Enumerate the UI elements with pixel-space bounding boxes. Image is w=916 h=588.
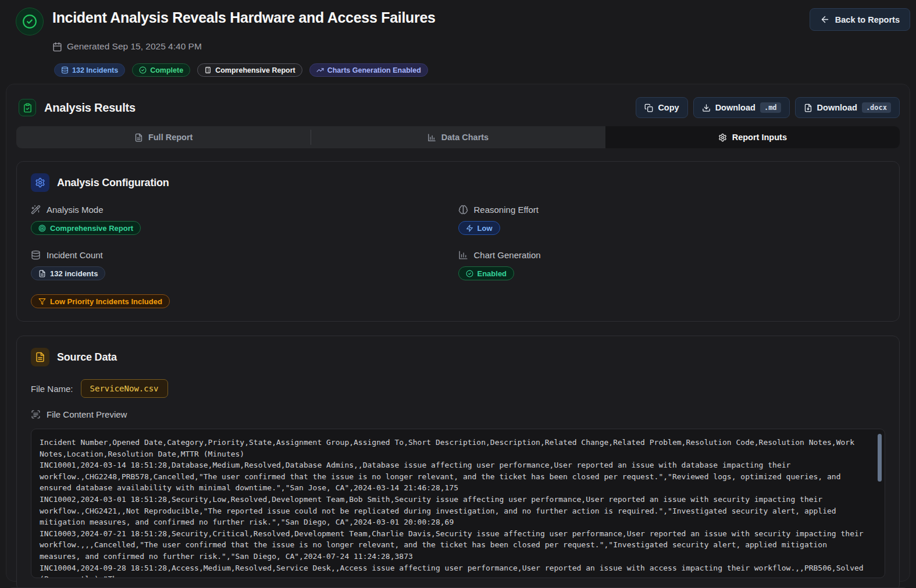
download-docx-label: Download	[817, 103, 857, 112]
md-extension-chip: .md	[760, 102, 781, 113]
tab-full-report-label: Full Report	[148, 133, 193, 142]
tab-full-report[interactable]: Full Report	[16, 126, 311, 148]
download-icon	[702, 104, 711, 112]
charts-enabled-badge: Charts Generation Enabled	[309, 63, 428, 77]
calendar-icon	[52, 42, 62, 52]
copy-button[interactable]: Copy	[636, 97, 687, 118]
incident-count-value: 132 incidents	[50, 269, 98, 278]
file-preview-label: File Content Preview	[47, 409, 127, 419]
check-circle-icon	[466, 270, 473, 277]
bar-chart-icon	[458, 250, 468, 260]
file-name-row: File Name: ServiceNow.csv	[31, 379, 885, 398]
filter-icon	[38, 298, 46, 305]
arrow-left-icon	[820, 15, 830, 24]
report-status-icon	[16, 8, 44, 35]
tab-data-charts[interactable]: Data Charts	[311, 126, 605, 148]
file-preview-label-row: File Content Preview	[31, 409, 885, 419]
analysis-mode-label: Analysis Mode	[47, 205, 104, 215]
reasoning-effort-field: Reasoning Effort Low	[458, 205, 886, 235]
chart-generation-value-badge: Enabled	[458, 266, 515, 280]
config-title: Analysis Configuration	[57, 177, 169, 189]
incident-analysis-page: Incident Analysis Reveals Hardware and A…	[0, 0, 916, 588]
page-header: Incident Analysis Reveals Hardware and A…	[0, 0, 916, 77]
scan-text-icon	[31, 409, 41, 419]
file-name-label: File Name:	[31, 384, 73, 394]
page-title: Incident Analysis Reveals Hardware and A…	[52, 8, 436, 26]
file-content-preview[interactable]: Incident Number,Opened Date,Category,Pri…	[31, 429, 885, 578]
gear-icon	[718, 133, 727, 142]
low-priority-filter-label: Low Priority Incidents Included	[50, 297, 162, 306]
results-title: Analysis Results	[44, 101, 136, 115]
target-icon	[38, 224, 46, 232]
config-grid: Analysis Mode Comprehensive Report Reaso…	[31, 205, 885, 280]
report-mode-badge: Comprehensive Report	[197, 63, 302, 77]
analysis-mode-field: Analysis Mode Comprehensive Report	[31, 205, 458, 235]
analysis-results-card: Analysis Results Copy Download .md Downl…	[6, 84, 910, 582]
scrollbar-thumb[interactable]	[878, 434, 882, 482]
copy-icon	[644, 104, 653, 112]
csv-content: Incident Number,Opened Date,Category,Pri…	[40, 437, 869, 578]
source-file-icon-wrap	[31, 348, 49, 366]
check-circle-icon	[139, 66, 147, 74]
docx-extension-chip: .docx	[862, 102, 891, 113]
back-to-reports-button[interactable]: Back to Reports	[810, 8, 910, 31]
charts-badge-label: Charts Generation Enabled	[327, 66, 421, 74]
zap-icon	[466, 224, 473, 232]
generated-text: Generated Sep 15, 2025 4:40 PM	[67, 41, 202, 52]
bar-chart-icon	[427, 133, 436, 142]
reasoning-effort-value: Low	[477, 224, 493, 233]
analysis-mode-value-badge: Comprehensive Report	[31, 221, 141, 235]
download-docx-button[interactable]: Download .docx	[795, 97, 900, 118]
file-down-icon	[804, 104, 812, 112]
analysis-configuration-card: Analysis Configuration Analysis Mode Com…	[16, 161, 900, 322]
tab-report-inputs[interactable]: Report Inputs	[605, 126, 900, 148]
file-name-chip: ServiceNow.csv	[81, 379, 168, 398]
tab-report-inputs-label: Report Inputs	[732, 133, 787, 142]
source-data-card: Source Data File Name: ServiceNow.csv Fi…	[16, 336, 900, 588]
complete-badge-label: Complete	[150, 66, 183, 74]
incident-count-value-badge: 132 incidents	[31, 266, 105, 280]
file-text-icon	[134, 133, 143, 142]
database-icon	[31, 250, 41, 260]
config-gear-icon-wrap	[31, 173, 49, 192]
check-circle-icon	[22, 14, 37, 29]
complete-status-badge: Complete	[132, 63, 190, 77]
incident-count-label: Incident Count	[47, 250, 103, 260]
report-icon	[204, 66, 212, 74]
clipboard-check-icon	[23, 103, 33, 113]
file-text-icon	[35, 352, 45, 362]
incident-count-field: Incident Count 132 incidents	[31, 250, 458, 280]
tab-data-charts-label: Data Charts	[441, 133, 489, 142]
incidents-count-badge: 132 Incidents	[54, 63, 125, 77]
back-button-label: Back to Reports	[835, 15, 900, 24]
low-priority-filter-badge: Low Priority Incidents Included	[31, 294, 170, 308]
gear-icon	[35, 177, 45, 188]
chart-generation-value: Enabled	[477, 269, 507, 278]
chart-generation-field: Chart Generation Enabled	[458, 250, 886, 280]
report-mode-badge-label: Comprehensive Report	[215, 66, 295, 74]
results-tab-bar: Full Report Data Charts Report Inputs	[16, 126, 900, 148]
copy-button-label: Copy	[658, 103, 679, 112]
header-badges: 132 Incidents Complete Comprehensive Rep…	[54, 63, 910, 77]
download-md-label: Download	[715, 103, 755, 112]
chart-generation-label: Chart Generation	[474, 250, 541, 260]
database-icon	[61, 66, 69, 74]
analysis-mode-value: Comprehensive Report	[50, 224, 133, 233]
results-header: Analysis Results Copy Download .md Downl…	[16, 94, 900, 126]
trending-up-icon	[316, 66, 324, 74]
wand-icon	[31, 205, 41, 215]
download-md-button[interactable]: Download .md	[693, 97, 790, 118]
brain-icon	[458, 205, 468, 215]
results-actions: Copy Download .md Download .docx	[636, 97, 900, 118]
reasoning-effort-label: Reasoning Effort	[474, 205, 539, 215]
source-data-title: Source Data	[57, 351, 117, 364]
file-text-icon	[38, 270, 46, 277]
generated-timestamp: Generated Sep 15, 2025 4:40 PM	[52, 41, 910, 52]
clipboard-icon-wrap	[19, 99, 36, 116]
reasoning-effort-value-badge: Low	[458, 221, 500, 235]
incidents-badge-label: 132 Incidents	[72, 66, 118, 74]
